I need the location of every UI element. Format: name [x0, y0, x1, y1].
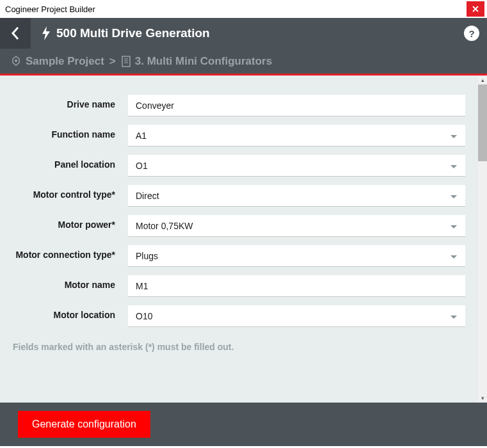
help-icon: ? [468, 28, 474, 39]
label-function-name: Function name [13, 125, 128, 141]
chevron-down-icon [450, 221, 458, 231]
back-button[interactable] [0, 18, 31, 49]
scrollbar[interactable]: ▴ ▾ [478, 76, 487, 403]
select-value: A1 [136, 131, 147, 141]
chevron-down-icon [450, 311, 458, 321]
input-drive-name[interactable] [128, 95, 465, 116]
label-motor-name: Motor name [13, 275, 128, 291]
close-icon [472, 6, 479, 12]
form-content: Drive name Function name A1 Panel locati… [0, 76, 478, 403]
form-row-panel-location: Panel location O1 [0, 155, 478, 177]
form-row-motor-name: Motor name [0, 275, 478, 297]
label-panel-location: Panel location [13, 155, 128, 171]
project-icon [10, 56, 22, 67]
form-row-function-name: Function name A1 [0, 125, 478, 147]
select-value: Plugs [136, 251, 158, 261]
window-title: Cogineer Project Builder [5, 4, 95, 14]
breadcrumb-current: 3. Multi Mini Configurators [135, 55, 272, 68]
svg-point-0 [15, 60, 17, 62]
chevron-down-icon [450, 161, 458, 171]
scrollbar-thumb[interactable] [478, 84, 487, 161]
breadcrumb-root[interactable]: Sample Project [26, 55, 104, 68]
document-icon [121, 56, 131, 67]
scrollbar-up-icon[interactable]: ▴ [478, 76, 487, 84]
help-button[interactable]: ? [464, 26, 479, 41]
select-motor-connection-type[interactable]: Plugs [128, 245, 465, 267]
breadcrumb: Sample Project > 3. Multi Mini Configura… [0, 49, 487, 76]
close-button[interactable] [467, 1, 484, 17]
generate-configuration-button[interactable]: Generate configuration [18, 411, 150, 438]
breadcrumb-separator: > [109, 55, 116, 68]
select-motor-location[interactable]: O10 [128, 305, 465, 327]
required-hint: Fields marked with an asterisk (*) must … [0, 335, 478, 352]
form-row-motor-connection-type: Motor connection type* Plugs [0, 245, 478, 267]
svg-rect-1 [122, 56, 130, 67]
label-motor-location: Motor location [13, 305, 128, 321]
window-titlebar: Cogineer Project Builder [0, 0, 487, 18]
select-motor-control-type[interactable]: Direct [128, 185, 465, 207]
label-motor-connection-type: Motor connection type* [13, 245, 128, 261]
select-function-name[interactable]: A1 [128, 125, 465, 147]
chevron-down-icon [450, 131, 458, 141]
form-row-motor-location: Motor location O10 [0, 305, 478, 327]
chevron-down-icon [450, 251, 458, 261]
label-drive-name: Drive name [13, 95, 128, 111]
select-value: Motor 0,75KW [136, 221, 193, 231]
select-motor-power[interactable]: Motor 0,75KW [128, 215, 465, 237]
scrollbar-down-icon[interactable]: ▾ [478, 394, 487, 403]
form-row-motor-control-type: Motor control type* Direct [0, 185, 478, 207]
chevron-down-icon [450, 191, 458, 201]
input-motor-name[interactable] [128, 275, 465, 297]
footer: Generate configuration [0, 403, 487, 446]
chevron-left-icon [11, 26, 20, 40]
label-motor-power: Motor power* [13, 215, 128, 231]
bolt-icon [41, 26, 51, 40]
label-motor-control-type: Motor control type* [13, 185, 128, 201]
form-row-drive-name: Drive name [0, 95, 478, 116]
app-header: 500 Multi Drive Generation ? [0, 18, 487, 49]
select-value: O10 [136, 311, 152, 321]
header-title-wrap: 500 Multi Drive Generation [41, 26, 464, 40]
select-panel-location[interactable]: O1 [128, 155, 465, 177]
page-title: 500 Multi Drive Generation [56, 26, 210, 40]
form-row-motor-power: Motor power* Motor 0,75KW [0, 215, 478, 237]
select-value: Direct [136, 191, 159, 201]
select-value: O1 [136, 161, 148, 171]
